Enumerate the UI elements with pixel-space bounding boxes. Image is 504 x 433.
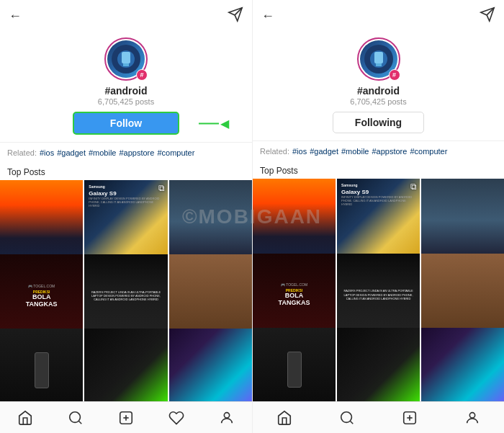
back-icon-left[interactable]: ← bbox=[9, 9, 22, 24]
related-tags-right: Related: #ios #gadget #mobile #appstore … bbox=[253, 140, 504, 161]
svg-line-19 bbox=[350, 421, 353, 424]
nav-bar-left: ← bbox=[0, 0, 252, 32]
search-icon[interactable] bbox=[64, 406, 87, 429]
add-icon-right[interactable] bbox=[398, 406, 421, 429]
profile-posts-right: 6,705,425 posts bbox=[350, 97, 406, 106]
post-cell[interactable] bbox=[0, 180, 83, 263]
arrow-indicator: ◀ bbox=[199, 117, 229, 130]
panel-left: ← bbox=[0, 0, 252, 433]
svg-line-7 bbox=[78, 421, 81, 424]
post-cell[interactable] bbox=[169, 329, 252, 401]
back-icon-right[interactable]: ← bbox=[261, 9, 274, 24]
svg-point-6 bbox=[70, 411, 81, 422]
post-cell[interactable]: RAZERS PROJECT LINDA IS AN ULTRA-PORTABL… bbox=[84, 254, 167, 337]
post-cell[interactable]: 🎮 TOGEL.COM PREDIKSI BOLATANGKAS bbox=[0, 254, 83, 337]
nav-bar-right: ← bbox=[253, 0, 504, 32]
svg-rect-5 bbox=[123, 63, 129, 66]
avatar-right: # bbox=[357, 37, 400, 81]
tag-computer-left[interactable]: #computer bbox=[157, 148, 194, 157]
post-cell[interactable] bbox=[337, 328, 420, 401]
posts-grid-left: Samsung Galaxy S9 INFINITY DISPLAY DESIG… bbox=[0, 180, 252, 401]
heart-icon[interactable] bbox=[165, 406, 188, 429]
profile-icon-right[interactable] bbox=[461, 406, 484, 429]
post-cell[interactable] bbox=[0, 329, 83, 401]
send-icon-left[interactable] bbox=[228, 6, 243, 26]
bottom-nav-left bbox=[0, 401, 252, 433]
arrow-head: ◀ bbox=[220, 117, 229, 130]
multi-photo-icon: ⧉ bbox=[158, 183, 165, 193]
multi-photo-icon-right: ⧉ bbox=[410, 182, 417, 192]
tag-mobile-right[interactable]: #mobile bbox=[341, 147, 369, 156]
tag-ios-left[interactable]: #ios bbox=[40, 148, 54, 157]
svg-point-11 bbox=[224, 412, 229, 417]
post-cell[interactable]: 🎮 TOGEL.COM PREDIKSI BOLATANGKAS bbox=[253, 254, 336, 336]
post-cell[interactable] bbox=[169, 254, 252, 337]
post-cell[interactable] bbox=[84, 329, 167, 401]
related-label-left: Related: bbox=[7, 148, 37, 157]
post-cell[interactable]: Samsung Galaxy S9 INFINITY DISPLAY DESIG… bbox=[84, 180, 167, 263]
post-cell[interactable] bbox=[421, 328, 504, 401]
tag-gadget-left[interactable]: #gadget bbox=[57, 148, 86, 157]
profile-name-right: #android bbox=[357, 85, 400, 97]
post-cell[interactable]: Samsung Galaxy S9 INFINITY DISPLAY DESIG… bbox=[337, 179, 420, 262]
profile-icon[interactable] bbox=[215, 406, 238, 429]
notification-badge-right: # bbox=[389, 69, 400, 81]
home-icon[interactable] bbox=[14, 406, 37, 429]
app-container: ← bbox=[0, 0, 504, 433]
tag-gadget-right[interactable]: #gadget bbox=[310, 147, 338, 156]
top-posts-label-left: Top Posts bbox=[0, 163, 252, 180]
related-tags-left: Related: #ios #gadget #mobile #appstore … bbox=[0, 142, 252, 163]
post-cell[interactable] bbox=[169, 180, 252, 263]
posts-grid-right: Samsung Galaxy S9 INFINITY DISPLAY DESIG… bbox=[253, 179, 504, 401]
following-button-right[interactable]: Following bbox=[333, 112, 424, 133]
profile-section-left: # #android 6,705,425 posts Follow ◀ bbox=[0, 32, 252, 142]
bottom-nav-right bbox=[253, 401, 504, 433]
home-icon-right[interactable] bbox=[273, 406, 296, 429]
profile-posts-left: 6,705,425 posts bbox=[98, 97, 154, 106]
top-posts-label-right: Top Posts bbox=[253, 161, 504, 179]
add-icon[interactable] bbox=[114, 406, 138, 429]
follow-button-left[interactable]: Follow bbox=[73, 112, 179, 135]
search-icon-right[interactable] bbox=[336, 406, 359, 429]
post-cell[interactable] bbox=[253, 179, 336, 262]
svg-point-23 bbox=[470, 412, 475, 417]
tag-mobile-left[interactable]: #mobile bbox=[89, 148, 117, 157]
svg-rect-16 bbox=[374, 52, 383, 63]
tag-computer-right[interactable]: #computer bbox=[410, 147, 447, 156]
tag-ios-right[interactable]: #ios bbox=[292, 147, 307, 156]
tag-appstore-right[interactable]: #appstore bbox=[372, 147, 407, 156]
post-cell[interactable] bbox=[253, 328, 336, 401]
post-cell[interactable] bbox=[421, 254, 504, 336]
notification-badge-left: # bbox=[136, 69, 148, 81]
panel-right: ← bbox=[252, 0, 504, 433]
arrow-line bbox=[199, 122, 219, 124]
avatar-left: # bbox=[104, 37, 148, 81]
profile-name-left: #android bbox=[104, 85, 147, 97]
post-cell[interactable]: RAZERS PROJECT LINDA IS AN ULTRA-PORTABL… bbox=[337, 254, 420, 336]
svg-rect-17 bbox=[376, 63, 382, 66]
svg-rect-4 bbox=[122, 52, 130, 63]
svg-point-18 bbox=[341, 411, 352, 422]
send-icon-right[interactable] bbox=[480, 6, 495, 26]
related-label-right: Related: bbox=[260, 147, 289, 156]
profile-section-right: # #android 6,705,425 posts Following bbox=[253, 32, 504, 140]
post-cell[interactable] bbox=[421, 179, 504, 262]
tag-appstore-left[interactable]: #appstore bbox=[119, 148, 154, 157]
follow-btn-wrapper-left: Follow ◀ bbox=[9, 112, 243, 135]
